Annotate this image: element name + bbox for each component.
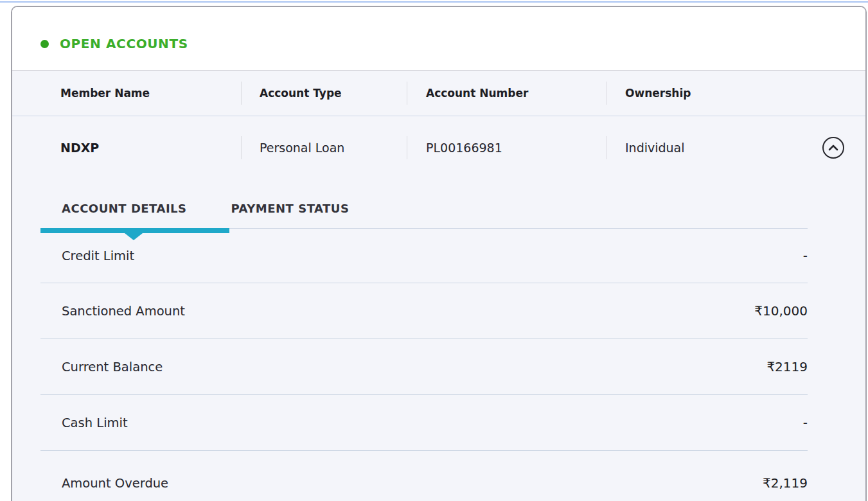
detail-row-amount-overdue: Amount Overdue ₹2,119 — [40, 451, 808, 501]
account-number: PL00166981 — [426, 141, 502, 155]
detail-row-credit-limit: Credit Limit - — [40, 229, 808, 283]
active-tab-pointer-icon — [125, 233, 143, 240]
detail-label: Credit Limit — [62, 249, 134, 263]
detail-row-sanctioned-amount: Sanctioned Amount ₹10,000 — [40, 283, 808, 339]
account-number-cell: PL00166981 — [407, 141, 606, 155]
account-row: NDXP Personal Loan PL00166981 Individual — [12, 116, 865, 179]
detail-value: ₹2,119 — [763, 475, 808, 491]
table-header-row: Member Name Account Type Account Number … — [12, 71, 865, 116]
detail-value: - — [803, 415, 808, 430]
detail-row-cash-limit: Cash Limit - — [40, 395, 808, 451]
detail-value: ₹2119 — [766, 359, 808, 374]
chevron-up-icon — [828, 145, 838, 151]
tab-payment-status[interactable]: PAYMENT STATUS — [231, 202, 350, 228]
top-accent-line — [0, 1, 868, 3]
column-header-account-type: Account Type — [242, 87, 407, 100]
section-title: OPEN ACCOUNTS — [60, 36, 188, 51]
column-header-ownership: Ownership — [607, 87, 865, 100]
detail-value: - — [803, 248, 808, 263]
column-header-member-name: Member Name — [12, 87, 241, 100]
account-type-cell: Personal Loan — [242, 141, 407, 155]
section-header: OPEN ACCOUNTS — [12, 7, 865, 71]
accounts-panel: Member Name Account Type Account Number … — [12, 71, 865, 501]
account-details-list: Credit Limit - Sanctioned Amount ₹10,000… — [40, 229, 808, 501]
detail-row-current-balance: Current Balance ₹2119 — [40, 339, 808, 395]
detail-label: Current Balance — [62, 360, 163, 374]
member-name-cell: NDXP — [12, 141, 241, 155]
open-status-dot-icon — [40, 40, 49, 48]
column-header-account-number: Account Number — [407, 87, 606, 100]
ownership: Individual — [625, 141, 685, 155]
detail-label: Amount Overdue — [62, 476, 168, 491]
tab-account-details[interactable]: ACCOUNT DETAILS — [62, 202, 187, 228]
detail-value: ₹10,000 — [754, 303, 808, 319]
open-accounts-card: OPEN ACCOUNTS Member Name Account Type A… — [11, 6, 867, 501]
detail-label: Sanctioned Amount — [62, 304, 185, 319]
account-type: Personal Loan — [260, 141, 344, 155]
detail-label: Cash Limit — [62, 416, 128, 430]
collapse-account-button[interactable] — [822, 137, 844, 159]
member-name: NDXP — [60, 141, 99, 155]
account-tabs: ACCOUNT DETAILS PAYMENT STATUS — [40, 179, 808, 229]
active-tab-underline — [40, 228, 229, 233]
